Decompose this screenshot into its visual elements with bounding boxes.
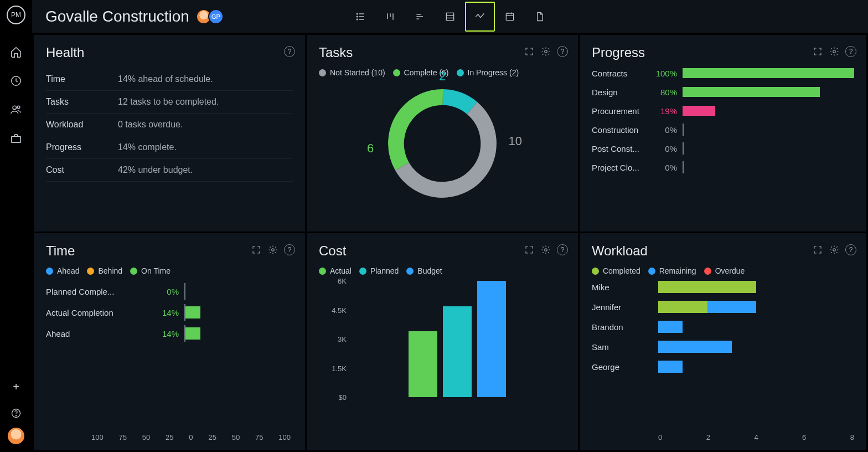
progress-bar xyxy=(683,68,854,78)
progress-label: Procurement xyxy=(592,106,646,116)
legend-swatch xyxy=(704,268,711,275)
axis-tick: $0 xyxy=(319,393,347,402)
expand-icon[interactable] xyxy=(251,244,262,255)
legend-swatch xyxy=(648,268,655,275)
time-row: Ahead 14% xyxy=(46,323,293,344)
svg-rect-18 xyxy=(446,13,453,20)
legend-label: Actual xyxy=(330,266,352,275)
svg-point-9 xyxy=(356,13,358,14)
svg-point-1 xyxy=(13,106,16,109)
file-view-tab[interactable] xyxy=(525,2,555,32)
legend-label: Remaining xyxy=(659,266,696,275)
gear-icon[interactable] xyxy=(829,244,840,255)
axis-tick: 1.5K xyxy=(319,364,347,373)
briefcase-icon[interactable] xyxy=(9,132,23,145)
legend-item: Completed xyxy=(592,266,640,275)
legend-swatch xyxy=(46,268,53,275)
home-icon[interactable] xyxy=(9,45,23,59)
donut-label-notstarted: 10 xyxy=(509,134,522,148)
donut-label-inprogress: 2 xyxy=(439,69,446,84)
legend-label: Overdue xyxy=(715,266,745,275)
left-rail: PM + xyxy=(0,0,32,452)
axis-tick: 100 xyxy=(278,433,291,441)
progress-bar xyxy=(683,125,854,135)
health-label: Time xyxy=(46,74,118,84)
dashboard-view-tab[interactable] xyxy=(465,2,495,32)
gear-icon[interactable] xyxy=(829,46,840,57)
current-user-avatar[interactable] xyxy=(8,428,24,444)
add-button[interactable]: + xyxy=(13,381,19,393)
help-icon[interactable]: ? xyxy=(284,244,295,255)
axis-tick: 50 xyxy=(232,433,240,441)
list-view-tab[interactable] xyxy=(345,2,375,32)
axis-tick: 100 xyxy=(91,433,104,441)
legend-item: Budget xyxy=(406,266,442,275)
expand-icon[interactable] xyxy=(812,244,823,255)
gantt-view-tab[interactable] xyxy=(405,2,435,32)
health-value: 12 tasks to be completed. xyxy=(118,97,219,107)
svg-rect-21 xyxy=(506,13,513,20)
workload-row: Jennifer xyxy=(592,301,854,313)
app-logo[interactable]: PM xyxy=(7,6,25,24)
health-label: Tasks xyxy=(46,97,118,107)
help-icon[interactable]: ? xyxy=(557,46,568,57)
workload-bar xyxy=(658,301,854,313)
progress-bar xyxy=(683,106,854,116)
workload-segment xyxy=(658,281,756,293)
axis-tick: 2 xyxy=(706,433,710,441)
progress-label: Project Clo... xyxy=(592,163,646,172)
health-label: Cost xyxy=(46,165,118,175)
expand-icon[interactable] xyxy=(812,46,823,57)
gear-icon[interactable] xyxy=(540,244,551,255)
progress-row: Design 80% xyxy=(592,87,854,97)
workload-bar xyxy=(658,341,854,353)
progress-label: Contracts xyxy=(592,69,646,78)
legend-item: In Progress (2) xyxy=(457,68,519,77)
time-label: Ahead xyxy=(46,329,146,338)
workload-segment xyxy=(707,301,757,313)
calendar-view-tab[interactable] xyxy=(495,2,525,32)
help-icon[interactable] xyxy=(9,407,23,420)
legend-swatch xyxy=(592,268,599,275)
help-icon[interactable]: ? xyxy=(557,244,568,255)
member-avatar-2[interactable]: GP xyxy=(208,9,224,24)
progress-label: Post Const... xyxy=(592,144,646,153)
axis-tick: 4.5K xyxy=(319,306,347,315)
people-icon[interactable] xyxy=(9,103,23,116)
legend-label: Budget xyxy=(417,266,442,275)
expand-icon[interactable] xyxy=(524,244,535,255)
legend-label: Not Started (10) xyxy=(330,68,385,77)
time-bar xyxy=(184,327,293,340)
time-row: Planned Comple... 0% xyxy=(46,281,293,302)
workload-bar xyxy=(658,361,854,373)
legend-swatch xyxy=(319,69,326,76)
workload-row: Sam xyxy=(592,341,854,353)
gear-icon[interactable] xyxy=(540,46,551,57)
axis-tick: 25 xyxy=(166,433,173,441)
time-row: Actual Completion 14% xyxy=(46,302,293,323)
progress-value: 19% xyxy=(652,106,677,116)
progress-row: Post Const... 0% xyxy=(592,143,854,153)
expand-icon[interactable] xyxy=(524,46,535,57)
help-icon[interactable]: ? xyxy=(284,46,295,57)
progress-bar xyxy=(683,87,854,97)
help-icon[interactable]: ? xyxy=(845,46,856,57)
workload-row: Mike xyxy=(592,281,854,293)
board-view-tab[interactable] xyxy=(375,2,405,32)
svg-point-25 xyxy=(545,50,547,53)
health-value: 14% complete. xyxy=(118,142,177,152)
sheet-view-tab[interactable] xyxy=(435,2,465,32)
health-value: 0 tasks overdue. xyxy=(118,120,183,130)
gear-icon[interactable] xyxy=(267,244,278,255)
axis-tick: 25 xyxy=(208,433,216,441)
progress-value: 0% xyxy=(652,144,677,153)
workload-bar xyxy=(658,321,854,333)
health-row: Workload 0 tasks overdue. xyxy=(46,114,293,136)
clock-icon[interactable] xyxy=(9,74,23,88)
legend-swatch xyxy=(87,268,94,275)
cost-bar xyxy=(443,306,472,398)
project-members[interactable]: GP xyxy=(199,9,224,24)
help-icon[interactable]: ? xyxy=(845,244,856,255)
time-label: Planned Comple... xyxy=(46,287,146,296)
legend-swatch xyxy=(457,69,464,76)
